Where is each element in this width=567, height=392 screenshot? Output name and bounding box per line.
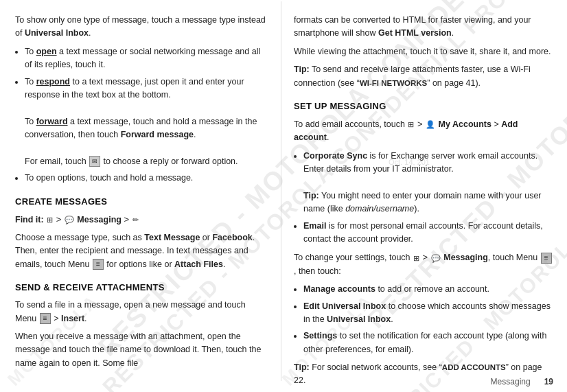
change-settings-text: To change your settings, touch ⊞ > 💬 Mes… — [294, 251, 553, 278]
section-create-messages: CREATE MESSAGES — [15, 195, 268, 209]
list-item-edit-inbox: Edit Universal Inbox to choose which acc… — [303, 300, 553, 327]
receive-attach-text: When you receive a message with an attac… — [15, 330, 268, 370]
home-icon-change: ⊞ — [413, 253, 419, 264]
left-column: To show only one type of message, touch … — [0, 1, 281, 381]
tip1: Tip: To send and receive large attachmen… — [294, 63, 553, 90]
messaging-icon-change: 💬 — [431, 253, 441, 264]
section-setup-messaging: SET UP MESSAGING — [294, 100, 553, 113]
home-icon: ⊞ — [47, 214, 53, 226]
accounts-icon: 👤 — [426, 119, 435, 130]
settings-bullets-list: Manage accounts to add or remove an acco… — [294, 283, 553, 356]
home-icon-right: ⊞ — [408, 119, 414, 130]
menu-icon-change: ≡ — [541, 253, 552, 264]
email-icon: ✉ — [89, 156, 100, 167]
intro-text: To show only one type of message, touch … — [15, 14, 268, 41]
content-area: To show only one type of message, touch … — [0, 0, 567, 381]
footer-page-number: 19 — [544, 377, 553, 387]
menu-icon-inline: ≡ — [93, 259, 104, 270]
send-attach-text: To send a file in a message, open a new … — [15, 299, 268, 325]
list-item-options: To open options, touch and hold a messag… — [25, 172, 268, 185]
footer: Messaging 19 — [491, 377, 553, 387]
list-item-open: To open a text message or social network… — [25, 45, 268, 72]
message-tips-list: To open a text message or social network… — [15, 45, 268, 185]
list-item-manage: Manage accounts to add or remove an acco… — [303, 283, 553, 296]
formats-text: formats can be converted to HTML for fas… — [294, 14, 553, 41]
list-item-respond: To respond to a text message, just open … — [25, 76, 268, 169]
page-wrapper: RESTRICTED - MOTOROLA CONFIDENTIAL PROPR… — [0, 0, 567, 392]
list-item-email: Email is for most personal email account… — [303, 220, 553, 246]
messaging-app-icon: 💬 — [65, 214, 74, 226]
add-accounts-text: To add email accounts, touch ⊞ > 👤 My Ac… — [294, 117, 553, 145]
compose-icon: ✏ — [132, 214, 139, 226]
find-it-text: Find it: ⊞ > 💬 Messaging > ✏ — [15, 213, 268, 227]
menu-icon-send: ≡ — [40, 313, 51, 324]
choose-type-text: Choose a message type, such as Text Mess… — [15, 231, 268, 271]
list-item-settings: Settings to set the notification for eac… — [303, 330, 553, 356]
viewing-attach-text: While viewing the attachment, touch it t… — [294, 45, 553, 58]
footer-messaging-label: Messaging — [491, 377, 531, 387]
date-stamp: Oct. 14, 201 — [389, 158, 430, 166]
right-column: formats can be converted to HTML for fas… — [281, 1, 567, 381]
section-send-receive: SEND & RECEIVE ATTACHMENTS — [15, 281, 268, 295]
